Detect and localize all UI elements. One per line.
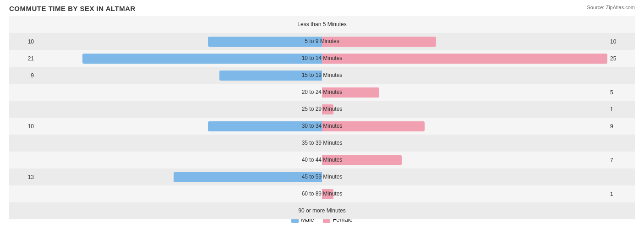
row-label: 35 to 39 Minutes: [302, 135, 343, 152]
table-row: 60 to 89 Minutes 1: [9, 185, 635, 202]
table-row: 35 to 39 Minutes: [9, 135, 635, 152]
row-label: Less than 5 Minutes: [297, 16, 346, 33]
bar-male: [174, 172, 322, 182]
bars-section: 25 to 29 Minutes: [37, 101, 607, 118]
chart-title: COMMUTE TIME BY SEX IN ALTMAR: [9, 5, 635, 12]
bar-female: [322, 54, 607, 64]
right-value: 1: [607, 106, 635, 113]
right-value: 10: [607, 38, 635, 45]
table-row: 9 15 to 19 Minutes: [9, 67, 635, 84]
table-row: 21 10 to 14 Minutes 25: [9, 50, 635, 67]
right-value: 7: [607, 157, 635, 163]
left-value: 13: [9, 174, 37, 180]
chart-area: Less than 5 Minutes 10 5 to 9 Minutes 10…: [9, 16, 635, 205]
table-row: 25 to 29 Minutes 1: [9, 101, 635, 118]
right-value: 1: [607, 191, 635, 197]
bars-section: 5 to 9 Minutes: [37, 33, 607, 50]
right-value: 5: [607, 89, 635, 96]
bars-section: 20 to 24 Minutes: [37, 84, 607, 101]
chart-container: COMMUTE TIME BY SEX IN ALTMAR Source: Zi…: [0, 0, 644, 239]
row-label: 5 to 9 Minutes: [305, 33, 339, 50]
table-row: 40 to 44 Minutes 7: [9, 152, 635, 168]
row-label: 60 to 89 Minutes: [302, 185, 343, 202]
row-label: 10 to 14 Minutes: [302, 50, 343, 67]
row-label: 90 or more Minutes: [298, 202, 345, 219]
bars-section: 35 to 39 Minutes: [37, 135, 607, 152]
bars-section: 40 to 44 Minutes: [37, 152, 607, 168]
left-value: 10: [9, 123, 37, 130]
bars-section: Less than 5 Minutes: [37, 16, 607, 33]
row-label: 25 to 29 Minutes: [302, 101, 343, 118]
right-value: 9: [607, 123, 635, 130]
bar-male: [82, 54, 322, 64]
row-label: 30 to 34 Minutes: [302, 118, 343, 135]
left-value: 9: [9, 72, 37, 79]
row-label: 45 to 59 Minutes: [302, 168, 343, 185]
table-row: 13 45 to 59 Minutes: [9, 168, 635, 185]
right-value: 25: [607, 55, 635, 62]
left-value: 21: [9, 55, 37, 62]
table-row: 20 to 24 Minutes 5: [9, 84, 635, 101]
bars-section: 60 to 89 Minutes: [37, 185, 607, 202]
bars-section: 15 to 19 Minutes: [37, 67, 607, 84]
table-row: Less than 5 Minutes: [9, 16, 635, 33]
row-label: 15 to 19 Minutes: [302, 67, 343, 84]
bars-section: 10 to 14 Minutes: [37, 50, 607, 67]
table-row: 90 or more Minutes: [9, 202, 635, 219]
table-row: 10 5 to 9 Minutes 10: [9, 33, 635, 50]
table-row: 10 30 to 34 Minutes 9: [9, 118, 635, 135]
source-text: Source: ZipAtlas.com: [587, 5, 635, 10]
row-label: 20 to 24 Minutes: [302, 84, 343, 101]
bars-section: 30 to 34 Minutes: [37, 118, 607, 135]
row-label: 40 to 44 Minutes: [302, 152, 343, 168]
left-value: 10: [9, 38, 37, 45]
bars-section: 90 or more Minutes: [37, 202, 607, 219]
bars-section: 45 to 59 Minutes: [37, 168, 607, 185]
